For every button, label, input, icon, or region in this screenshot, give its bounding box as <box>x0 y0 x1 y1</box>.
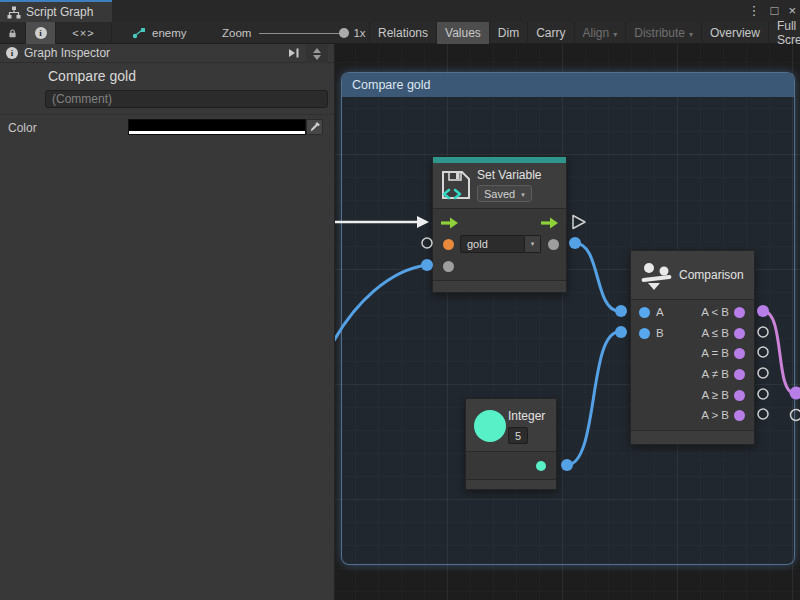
zoom-value: 1x <box>353 27 365 39</box>
graph-inspector-panel: i Graph Inspector Compare gold Color <box>0 44 335 600</box>
eyedropper-button[interactable] <box>306 119 323 135</box>
window-menu-icon[interactable]: ⋮ <box>748 0 761 22</box>
graph-node-icon <box>132 27 146 39</box>
graph-canvas[interactable]: Compare gold <box>335 44 800 600</box>
zoom-slider[interactable] <box>259 33 345 34</box>
toggle-carry[interactable]: Carry <box>528 22 574 44</box>
variable-name-port[interactable] <box>443 239 454 250</box>
output-label: A > B <box>665 409 729 421</box>
input-a-port[interactable] <box>639 307 650 318</box>
save-variable-icon <box>440 169 472 203</box>
input-b-port[interactable] <box>639 328 650 339</box>
script-graph-icon <box>7 6 21 19</box>
scroll-down-icon[interactable] <box>313 55 321 60</box>
info-icon: i <box>35 27 47 39</box>
overview-button[interactable]: Overview <box>702 22 769 44</box>
integer-icon <box>474 410 506 442</box>
group-title: Compare gold <box>352 78 431 92</box>
node-footer <box>466 479 556 489</box>
inspector-graph-title: Compare gold <box>48 68 136 84</box>
integer-out-port[interactable] <box>536 461 546 471</box>
zoom-label: Zoom <box>222 27 251 39</box>
node-comparison[interactable]: Comparison A B A < B A ≤ B A = B A ≠ B A… <box>630 250 755 445</box>
color-row: Color <box>0 114 334 144</box>
flow-out-port[interactable] <box>540 217 559 229</box>
distribute-dropdown[interactable]: Distribute ▾ <box>626 22 702 44</box>
script-graph-window: Script Graph ⋮ □ × i <×> <box>0 0 800 600</box>
chevron-down-icon: ▾ <box>531 240 535 248</box>
output-label: A ≠ B <box>665 368 729 380</box>
zoom-slider-knob[interactable] <box>339 28 349 38</box>
lock-button[interactable] <box>0 22 26 44</box>
output-a-lte-b-port[interactable] <box>734 328 745 339</box>
color-swatch[interactable] <box>128 119 306 135</box>
fullscreen-button[interactable]: Full Screen <box>769 22 800 44</box>
info-icon: i <box>6 47 18 59</box>
output-label: A < B <box>665 306 729 318</box>
value-out-port[interactable] <box>548 239 559 250</box>
graph-inspector-title: Graph Inspector <box>24 46 110 60</box>
panel-scroll-spinner[interactable] <box>306 44 328 63</box>
toggle-relations[interactable]: Relations <box>370 22 437 44</box>
value-in-port[interactable] <box>443 261 454 272</box>
code-preview-button[interactable]: <×> <box>56 22 112 44</box>
node-set-variable[interactable]: Set Variable Saved ▾ gold ▾ <box>432 156 567 293</box>
output-label: A = B <box>665 347 729 359</box>
input-b-label: B <box>656 327 664 339</box>
color-alpha-bar <box>129 131 305 134</box>
comment-input[interactable] <box>45 90 328 108</box>
eyedropper-icon <box>309 121 321 133</box>
chevron-down-icon: ▾ <box>521 191 525 199</box>
graph-reference-label: enemy <box>152 27 187 39</box>
graph-inspector-header: i Graph Inspector <box>0 44 334 63</box>
flow-in-port[interactable] <box>440 217 459 229</box>
node-integer[interactable]: Integer 5 <box>465 398 557 490</box>
output-a-lt-b-port[interactable] <box>734 307 745 318</box>
variable-name-dropdown-button[interactable]: ▾ <box>525 235 541 253</box>
tab-script-graph[interactable]: Script Graph <box>0 0 112 22</box>
node-footer <box>433 280 566 292</box>
input-a-label: A <box>656 306 664 318</box>
node-footer <box>631 430 754 444</box>
align-dropdown[interactable]: Align ▾ <box>575 22 627 44</box>
variable-kind-dropdown[interactable]: Saved ▾ <box>477 185 532 202</box>
output-label: A ≤ B <box>665 327 729 339</box>
lock-icon <box>8 27 17 40</box>
toolbar: i <×> enemy Zoom 1x Relations Values Dim… <box>0 22 800 44</box>
integer-value-field[interactable]: 5 <box>508 427 528 444</box>
graph-reference[interactable]: enemy <box>132 22 187 44</box>
scroll-up-icon[interactable] <box>313 48 321 53</box>
toggle-dim[interactable]: Dim <box>490 22 528 44</box>
color-field-label: Color <box>8 121 37 135</box>
output-a-gte-b-port[interactable] <box>734 390 745 401</box>
group-header[interactable]: Compare gold <box>342 73 794 97</box>
inspector-toggle-button[interactable]: i <box>26 22 56 44</box>
dock-panel-icon[interactable] <box>287 47 300 59</box>
output-a-neq-b-port[interactable] <box>734 369 745 380</box>
node-title: Comparison <box>679 268 744 282</box>
chevron-down-icon: ▾ <box>689 30 693 39</box>
variable-name-field[interactable]: gold <box>460 235 525 253</box>
comparison-icon <box>641 262 673 291</box>
chevron-down-icon: ▾ <box>613 30 617 39</box>
tab-title: Script Graph <box>26 5 93 19</box>
node-title: Set Variable <box>477 168 541 182</box>
node-title: Integer <box>508 409 545 423</box>
toggle-values[interactable]: Values <box>437 22 490 44</box>
output-a-eq-b-port[interactable] <box>734 348 745 359</box>
titlebar: Script Graph ⋮ □ × <box>0 0 800 22</box>
output-label: A ≥ B <box>665 389 729 401</box>
output-a-gt-b-port[interactable] <box>734 410 745 421</box>
